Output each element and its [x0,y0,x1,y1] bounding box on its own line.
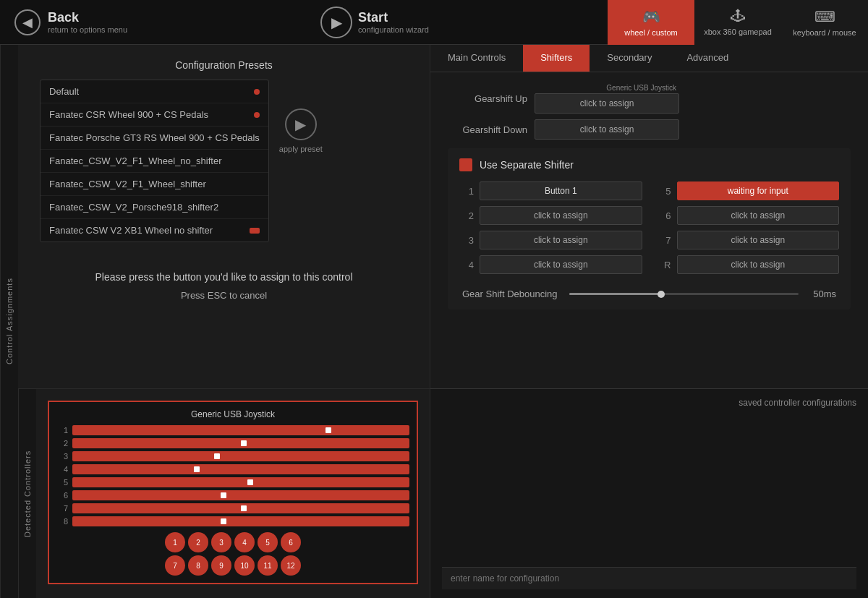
apply-label: apply preset [279,145,323,153]
controller-button-12[interactable]: 12 [281,555,301,576]
presets-section: Configuration Presets Default Fanatec CS… [18,45,430,388]
btn-assign-5[interactable]: waiting for input [677,181,840,200]
device-wheel-button[interactable]: 🎮 wheel / custom [608,0,694,45]
controller-button-5[interactable]: 5 [258,532,278,552]
axis-track [72,516,409,526]
assign-message: Please press the button you'd like to as… [40,242,408,323]
presets-title: Configuration Presets [40,59,408,71]
btn-assign-R[interactable]: click to assign [677,255,840,274]
device-keyboard-button[interactable]: ⌨ keyboard / mouse [781,0,868,45]
back-icon: ◀ [14,9,41,35]
btn-assign-row-5: 5 waiting for input [657,181,840,200]
config-name-input[interactable] [442,567,856,589]
tab-secondary[interactable]: Secondary [590,45,669,72]
list-item[interactable]: Fanatec_CSW_V2_F1_Wheel_no_shifter [41,150,268,173]
presets-list: Default Fanatec CSR Wheel 900 + CS Pedal… [40,80,269,242]
list-item[interactable]: Fanatec CSR Wheel 900 + CS Pedals [41,103,268,127]
preset-name: Fanatec CSR Wheel 900 + CS Pedals [49,109,208,120]
separate-shifter-toggle[interactable] [459,158,472,171]
btn-assign-row-6: 6 click to assign [657,206,840,225]
axis-track [72,451,409,461]
axis-track [72,425,409,435]
main-content: Control Assignments Configuration Preset… [0,45,868,598]
top-bar: ◀ Back return to options menu ▶ Start co… [0,0,868,45]
list-item[interactable]: Default [41,80,268,103]
controller-button-10[interactable]: 10 [234,555,255,576]
tab-advanced[interactable]: Advanced [669,45,746,72]
preset-indicator [254,112,260,118]
keyboard-icon: ⌨ [814,8,835,25]
bottom-right-panel: saved controller configurations [430,388,868,598]
preset-name: Fanatec_CSW_V2_F1_Wheel_no_shifter [49,155,221,166]
device-xbox-label: xbox 360 gamepad [704,27,772,36]
axis-row: 2 [56,438,409,448]
controller-button-1[interactable]: 1 [165,532,185,552]
device-buttons: 🎮 wheel / custom 🕹 xbox 360 gamepad ⌨ ke… [608,0,868,45]
list-item[interactable]: Fanatec_CSW_V2_Porsche918_shifter2 [41,196,268,219]
debounce-value: 50ms [810,289,836,299]
start-title: Start [358,10,429,25]
btn-assign-4[interactable]: click to assign [480,255,642,274]
axis-row: 6 [56,490,409,500]
esc-text: Press ESC to cancel [54,290,393,301]
axis-row: 7 [56,503,409,513]
button-assignments: 1 Button 1 5 waiting for input 2 click t… [459,181,839,274]
gearshift-up-button[interactable]: click to assign [535,93,679,114]
axis-track [72,477,409,487]
controller-button-2[interactable]: 2 [188,532,208,552]
axis-row: 4 [56,464,409,474]
controller-button-4[interactable]: 4 [234,532,255,552]
back-title: Back [48,10,127,25]
xbox-icon: 🕹 [731,8,745,25]
preset-indicator [250,228,260,234]
btn-assign-6[interactable]: click to assign [677,206,840,225]
device-wheel-label: wheel / custom [624,28,677,37]
button-grid: 1 2 3 4 5 6 7 8 9 10 11 [56,532,409,576]
btn-assign-7[interactable]: click to assign [677,231,840,249]
back-button[interactable]: ◀ Back return to options menu [0,9,142,35]
tab-shifters[interactable]: Shifters [523,45,590,72]
btn-assign-row-1: 1 Button 1 [459,181,642,200]
back-subtitle: return to options menu [48,25,127,34]
debounce-row: Gear Shift Debouncing 50ms [459,289,839,299]
gearshift-down-button[interactable]: click to assign [535,119,679,140]
btn-assign-row-R: R click to assign [657,255,840,274]
controller-button-6[interactable]: 6 [281,532,301,552]
gearshift-up-label: Gearshift Up [448,93,527,104]
device-keyboard-label: keyboard / mouse [793,28,856,37]
shifter-content: Gearshift Up Generic USB Joystick click … [430,72,868,388]
device-xbox-button[interactable]: 🕹 xbox 360 gamepad [694,0,781,45]
preset-name: Default [49,86,79,97]
start-section: ▶ Start configuration wizard [142,7,608,38]
start-icon: ▶ [320,7,352,38]
debounce-slider[interactable] [569,293,799,295]
btn-assign-row-2: 2 click to assign [459,206,642,225]
list-item[interactable]: Fanatec_CSW_V2_F1_Wheel_shifter [41,173,268,196]
controller-panel: Generic USB Joystick 1 2 3 [48,401,418,584]
assign-text: Please press the button you'd like to as… [54,271,393,283]
axis-track [72,503,409,513]
list-item[interactable]: Fanatec CSW V2 XB1 Wheel no shifter [41,219,268,242]
controller-button-11[interactable]: 11 [258,555,278,576]
axis-row: 3 [56,451,409,461]
separate-shifter-section: Use Separate Shifter 1 Button 1 5 waitin… [448,148,851,309]
tab-main-controls[interactable]: Main Controls [430,45,523,72]
btn-assign-row-7: 7 click to assign [657,231,840,249]
axis-row: 5 [56,477,409,487]
left-panel: Configuration Presets Default Fanatec CS… [18,45,430,598]
preset-indicator [254,89,260,95]
controller-button-3[interactable]: 3 [211,532,231,552]
btn-assign-3[interactable]: click to assign [480,231,642,249]
control-assignments-label: Control Assignments [0,45,18,598]
btn-assign-2[interactable]: click to assign [480,206,642,225]
controller-button-8[interactable]: 8 [188,555,208,576]
gearshift-down-label: Gearshift Down [448,124,527,135]
btn-assign-1[interactable]: Button 1 [480,181,642,200]
tabs-bar: Main Controls Shifters Secondary Advance… [430,45,868,72]
device-label: Generic USB Joystick [535,84,679,92]
list-item[interactable]: Fanatec Porsche GT3 RS Wheel 900 + CS Pe… [41,127,268,150]
controller-button-9[interactable]: 9 [211,555,231,576]
btn-assign-row-3: 3 click to assign [459,231,642,249]
apply-preset-button[interactable]: ▶ apply preset [279,108,323,153]
controller-button-7[interactable]: 7 [165,555,185,576]
